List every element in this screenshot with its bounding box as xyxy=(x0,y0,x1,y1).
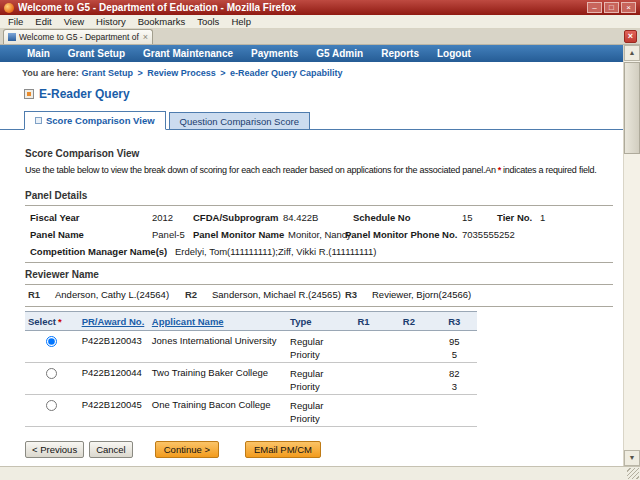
r2-header: R2 xyxy=(386,312,431,331)
type-cell: Regular Priority xyxy=(287,395,341,427)
applicant-cell: Jones International University xyxy=(149,331,287,363)
panel-details-section: Panel Details Fiscal Year 2012 CFDA/Subp… xyxy=(0,190,623,263)
menu-bar: File Edit View History Bookmarks Tools H… xyxy=(0,15,640,29)
description-text: Use the table below to view the break do… xyxy=(25,165,496,175)
menu-history[interactable]: History xyxy=(90,16,132,27)
sort-applicant-link[interactable]: Applicant Name xyxy=(152,316,224,327)
email-pmcm-button[interactable]: EMail PM/CM xyxy=(245,441,321,458)
breadcrumb-ereader-query[interactable]: e-Reader Query Capability xyxy=(230,68,343,78)
award-cell: P422B120045 xyxy=(79,395,149,427)
tab-score-comparison-view[interactable]: Score Comparison View xyxy=(24,111,166,130)
main-nav: Main Grant Setup Grant Maintenance Payme… xyxy=(0,45,623,62)
award-cell: P422B120044 xyxy=(79,363,149,395)
award-header: PR/Award No. xyxy=(79,312,149,331)
fiscal-year-label: Fiscal Year xyxy=(30,212,79,223)
panel-details-title: Panel Details xyxy=(25,190,623,202)
tier-label: Tier No. xyxy=(497,212,532,223)
menu-file[interactable]: File xyxy=(2,16,29,27)
row-select-radio[interactable] xyxy=(46,400,57,411)
close-button[interactable]: × xyxy=(621,2,636,13)
resize-grip-icon[interactable] xyxy=(627,468,639,479)
continue-button[interactable]: Continue > xyxy=(155,441,219,458)
minimize-button[interactable]: – xyxy=(587,2,602,13)
row-select-radio[interactable] xyxy=(46,368,57,379)
nav-payments[interactable]: Payments xyxy=(251,48,298,59)
nav-g5-admin[interactable]: G5 Admin xyxy=(316,48,363,59)
scroll-down-button[interactable]: ▼ xyxy=(624,450,640,466)
r1-cell xyxy=(341,363,386,395)
reviewer-name: Sanderson, Michael R.(24565) xyxy=(212,289,341,300)
type-priority: Priority xyxy=(290,412,338,425)
browser-tab[interactable]: Welcome to G5 - Department of Edu... × xyxy=(3,29,153,44)
award-cell: P422B120043 xyxy=(79,331,149,363)
applicant-header: Applicant Name xyxy=(149,312,287,331)
r1-cell xyxy=(341,395,386,427)
nav-grant-maintenance[interactable]: Grant Maintenance xyxy=(143,48,233,59)
score-priority: 5 xyxy=(435,348,474,361)
window-title: Welcome to G5 - Department of Education … xyxy=(18,2,583,13)
tabstrip-close-button[interactable]: × xyxy=(624,30,637,43)
type-regular: Regular xyxy=(290,367,338,380)
tab-favicon-icon xyxy=(8,33,16,41)
score-regular: 82 xyxy=(435,367,474,380)
scrollbar-thumb[interactable] xyxy=(624,62,640,154)
panel-details-row: Competition Manager Name(s) Erdelyi, Tom… xyxy=(0,242,623,259)
reviewer-code: R1 xyxy=(28,289,40,300)
r2-cell xyxy=(386,395,431,427)
breadcrumb-separator: > xyxy=(137,68,142,78)
panel-details-rows: Fiscal Year 2012 CFDA/Subprogram 84.422B… xyxy=(0,208,623,259)
menu-bookmarks[interactable]: Bookmarks xyxy=(132,16,192,27)
nav-main[interactable]: Main xyxy=(27,48,50,59)
monitor-phone-label: Panel Monitor Phone No. xyxy=(345,229,457,240)
previous-button[interactable]: < Previous xyxy=(25,441,84,458)
nav-reports[interactable]: Reports xyxy=(381,48,419,59)
tab-label: Question Comparison Score xyxy=(180,116,299,127)
browser-window: Welcome to G5 - Department of Education … xyxy=(0,0,640,480)
menu-tools[interactable]: Tools xyxy=(191,16,225,27)
divider xyxy=(25,284,613,285)
nav-logout[interactable]: Logout xyxy=(437,48,471,59)
menu-view[interactable]: View xyxy=(58,16,90,27)
breadcrumb: You are here: Grant Setup > Review Proce… xyxy=(22,68,623,79)
score-table: Select* PR/Award No. Applicant Name Type… xyxy=(25,311,477,427)
competition-manager-label: Competition Manager Name(s) xyxy=(30,246,167,257)
score-priority: 3 xyxy=(435,380,474,393)
schedule-label: Schedule No xyxy=(353,212,411,223)
page-title-icon xyxy=(24,89,34,99)
panel-name-label: Panel Name xyxy=(30,229,84,240)
fiscal-year-value: 2012 xyxy=(152,212,173,223)
panel-details-row: Panel Name Panel-5 Panel Monitor Name Mo… xyxy=(0,225,623,242)
select-cell xyxy=(25,363,79,395)
breadcrumb-separator: > xyxy=(220,68,225,78)
maximize-button[interactable]: □ xyxy=(604,2,619,13)
nav-grant-setup[interactable]: Grant Setup xyxy=(68,48,125,59)
r3-cell: 82 3 xyxy=(432,363,477,395)
r1-cell xyxy=(341,331,386,363)
row-select-radio[interactable] xyxy=(46,336,57,347)
tab-question-comparison-score[interactable]: Question Comparison Score xyxy=(169,112,310,129)
title-bar: Welcome to G5 - Department of Education … xyxy=(0,0,640,15)
cancel-button[interactable]: Cancel xyxy=(89,441,133,458)
page-viewport: Main Grant Setup Grant Maintenance Payme… xyxy=(0,45,623,466)
reviewer-name: Anderson, Cathy L.(24564) xyxy=(55,289,169,300)
divider xyxy=(25,306,613,307)
firefox-icon xyxy=(4,3,14,13)
r3-cell: 95 5 xyxy=(432,331,477,363)
vertical-scrollbar[interactable]: ▲ ▼ xyxy=(623,45,640,466)
breadcrumb-review-process[interactable]: Review Process xyxy=(147,68,216,78)
applicant-cell: Two Training Baker College xyxy=(149,363,287,395)
breadcrumb-grant-setup[interactable]: Grant Setup xyxy=(81,68,133,78)
menu-edit[interactable]: Edit xyxy=(29,16,57,27)
tab-close-icon[interactable]: × xyxy=(143,33,148,42)
divider xyxy=(25,205,613,206)
page-tabs: Score Comparison View Question Compariso… xyxy=(0,110,623,130)
select-header-label: Select xyxy=(28,316,56,327)
panel-name-value: Panel-5 xyxy=(152,229,185,240)
sort-award-link[interactable]: PR/Award No. xyxy=(82,316,145,327)
panel-monitor-value: Monitor, Nancy xyxy=(288,229,351,240)
tab-label: Score Comparison View xyxy=(46,115,155,126)
menu-help[interactable]: Help xyxy=(225,16,257,27)
type-regular: Regular xyxy=(290,399,338,412)
scroll-up-button[interactable]: ▲ xyxy=(624,45,640,61)
required-star: * xyxy=(58,316,62,327)
